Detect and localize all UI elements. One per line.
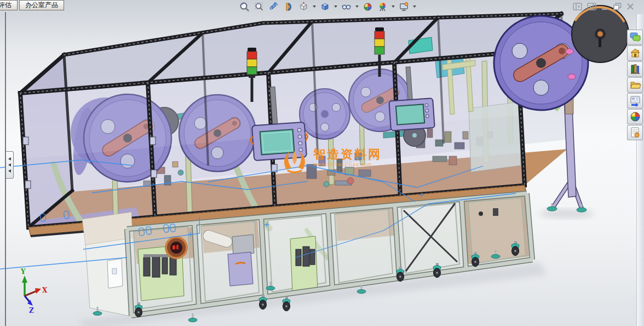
zoom-to-fit-button[interactable] xyxy=(238,1,251,13)
tab-evaluate[interactable]: 评估 xyxy=(0,0,18,10)
collapse-left-pane-icon xyxy=(573,3,582,10)
zoom-to-fit-icon xyxy=(239,2,250,12)
command-manager-tabs: 评估 办公室产品 xyxy=(0,0,66,10)
triad-x-label: X xyxy=(42,287,48,294)
task-pane-item-design-library[interactable] xyxy=(627,61,643,77)
heads-up-view-toolbar xyxy=(238,1,417,13)
hide-show-items-icon xyxy=(341,2,352,12)
tab-office-products[interactable]: 办公室产品 xyxy=(19,0,64,10)
reference-triad: Y X Z xyxy=(12,266,50,314)
document-window-controls xyxy=(573,3,634,10)
task-pane-item-forum[interactable] xyxy=(627,30,643,45)
view-orientation-dropdown-caret[interactable] xyxy=(313,5,316,8)
zoom-to-area-icon xyxy=(254,2,264,12)
task-pane-item-custom-properties[interactable] xyxy=(627,125,643,140)
view-palette-icon xyxy=(629,95,641,107)
previous-view-button[interactable] xyxy=(267,1,281,13)
restore-button[interactable] xyxy=(613,3,622,10)
hide-show-items-dropdown-caret[interactable] xyxy=(355,5,359,8)
section-view-button[interactable] xyxy=(282,1,296,13)
view-orientation-icon xyxy=(298,2,309,12)
display-style-icon xyxy=(320,2,330,12)
view-orientation-button[interactable] xyxy=(297,1,311,13)
triad-y-label: Y xyxy=(20,268,26,276)
home-icon xyxy=(629,47,641,59)
view-settings-button[interactable] xyxy=(397,1,411,13)
hide-show-items-button[interactable] xyxy=(340,1,353,13)
display-style-button[interactable] xyxy=(318,1,332,13)
appearances-scenes-icon xyxy=(629,111,641,123)
folder-icon xyxy=(629,79,641,91)
edit-appearance-icon xyxy=(363,2,373,12)
view-settings-dropdown-caret[interactable] xyxy=(413,5,416,8)
feature-panel-expand-tab[interactable] xyxy=(6,151,14,179)
display-style-dropdown-caret[interactable] xyxy=(334,5,337,8)
triad-z-label: Z xyxy=(29,307,34,314)
section-view-icon xyxy=(284,2,294,12)
pneumatic-panel-2 xyxy=(290,236,318,293)
edit-appearance-button[interactable] xyxy=(361,1,375,13)
zoom-to-area-button[interactable] xyxy=(252,1,266,13)
task-pane-item-appearances[interactable] xyxy=(627,109,643,124)
apply-scene-dropdown-caret[interactable] xyxy=(392,5,395,8)
previous-view-icon xyxy=(269,2,279,12)
task-pane-item-resources[interactable] xyxy=(627,45,643,61)
task-pane xyxy=(627,30,643,140)
apply-scene-button[interactable] xyxy=(376,1,389,13)
graphics-viewport[interactable]: 智造资料网 www.zhizaoziliao.com Y X Z xyxy=(0,0,644,326)
film-disc xyxy=(572,5,629,62)
pressure-gauge xyxy=(166,237,187,258)
minimize-icon xyxy=(601,3,608,10)
restore-icon xyxy=(613,3,622,10)
collapse-left-pane-button[interactable] xyxy=(573,3,582,10)
minimize-button[interactable] xyxy=(601,3,608,10)
design-library-icon xyxy=(629,63,641,75)
collapse-right-pane-button[interactable] xyxy=(587,3,596,10)
close-button[interactable] xyxy=(626,3,634,10)
expand-arrow-icon xyxy=(8,157,11,161)
expand-arrow-icon xyxy=(8,163,11,167)
collapse-right-pane-icon xyxy=(587,3,596,10)
task-pane-item-file-explorer[interactable] xyxy=(627,77,643,93)
forum-icon xyxy=(629,31,641,43)
apply-scene-icon xyxy=(377,2,388,12)
close-icon xyxy=(626,3,634,10)
custom-properties-icon xyxy=(629,127,641,139)
task-pane-item-view-palette[interactable] xyxy=(627,93,643,108)
machine-3d-model[interactable] xyxy=(0,0,644,326)
view-settings-icon xyxy=(399,2,409,12)
expand-arrow-icon xyxy=(8,169,11,173)
